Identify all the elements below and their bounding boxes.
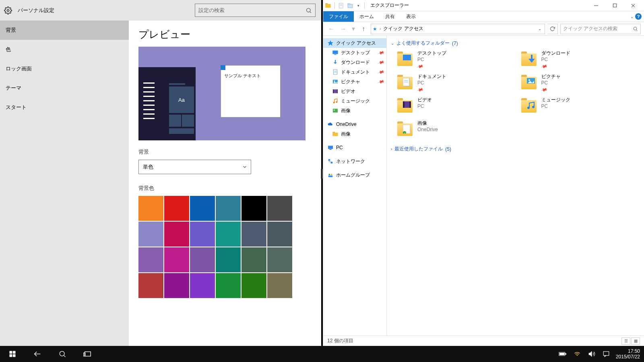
explorer-addressbar: ← → ▾ ↑ ★ › クイック アクセス ⌄ クイック アクセスの検索 [323, 22, 644, 36]
settings-nav-item[interactable]: ロック画面 [0, 59, 129, 78]
minimize-button[interactable] [587, 0, 605, 11]
color-swatch[interactable] [164, 247, 189, 272]
tree-item[interactable]: OneDrive [323, 119, 386, 129]
settings-nav-item[interactable]: 背景 [0, 21, 129, 40]
svg-point-1 [307, 8, 310, 12]
view-details-button[interactable]: ☰ [621, 337, 630, 345]
breadcrumb-segment[interactable]: クイック アクセス [383, 25, 423, 32]
tree-item[interactable]: 画像 [323, 106, 386, 115]
tree-item[interactable]: 画像 [323, 129, 386, 139]
ribbon-tab-file[interactable]: ファイル [323, 11, 354, 22]
color-swatch[interactable] [190, 247, 215, 272]
settings-nav-item[interactable]: テーマ [0, 78, 129, 98]
tray-battery-icon[interactable] [555, 346, 570, 362]
color-swatch[interactable] [267, 222, 292, 247]
nav-back-button[interactable]: ← [326, 24, 336, 34]
color-swatch[interactable] [267, 196, 292, 221]
svg-rect-17 [332, 51, 338, 54]
qat-newfolder-icon[interactable] [347, 2, 353, 9]
folder-item[interactable]: ダウンロードPC📌 [520, 50, 640, 71]
ribbon-tab-share[interactable]: 共有 [380, 11, 400, 22]
tree-item[interactable]: ミュージック [323, 96, 386, 106]
qat-properties-icon[interactable] [338, 2, 345, 9]
breadcrumb-dropdown-icon[interactable]: ⌄ [537, 27, 543, 31]
tree-item[interactable]: デスクトップ📌 [323, 48, 386, 58]
color-swatch[interactable] [138, 196, 163, 221]
qat-dropdown-icon[interactable]: ▾ [357, 4, 359, 8]
start-button[interactable] [0, 346, 25, 362]
ribbon-collapse-icon[interactable]: ⌄ [630, 14, 634, 19]
group-frequent-folders[interactable]: ⌄ よく使用するフォルダー (7) [391, 40, 640, 47]
color-swatch[interactable] [242, 222, 266, 247]
folder-item[interactable]: ピクチャPC📌 [520, 73, 640, 94]
svg-rect-3 [325, 4, 330, 8]
explorer-tree: クイック アクセスデスクトップ📌ダウンロード📌ドキュメント📌ピクチャ📌ビデオミュ… [323, 36, 387, 335]
settings-nav-item[interactable]: 色 [0, 40, 129, 59]
tray-network-icon[interactable] [570, 346, 584, 362]
folder-item[interactable]: ビデオPC [396, 97, 516, 117]
tree-item[interactable]: ドキュメント📌 [323, 67, 386, 77]
color-swatch[interactable] [138, 247, 163, 272]
nav-forward-button[interactable]: → [339, 24, 348, 34]
ribbon-tab-home[interactable]: ホーム [354, 11, 380, 22]
taskbar-clock[interactable]: 17:50 2015/07/22 [613, 348, 644, 360]
color-swatch[interactable] [242, 196, 266, 221]
color-swatch[interactable] [216, 196, 241, 221]
tree-item[interactable]: ピクチャ📌 [323, 77, 386, 86]
group-recent-files[interactable]: › 最近使用したファイル (5) [391, 146, 640, 152]
breadcrumb[interactable]: ★ › クイック アクセス ⌄ [371, 24, 545, 34]
color-swatch[interactable] [164, 196, 189, 221]
svg-rect-58 [10, 354, 12, 357]
folder-item[interactable]: ✓画像OneDrive [396, 120, 516, 141]
color-swatch[interactable] [138, 273, 163, 298]
view-icons-button[interactable]: ▦ [631, 337, 640, 345]
task-view-button[interactable] [75, 346, 100, 362]
tree-item[interactable]: PC [323, 143, 386, 152]
color-swatch[interactable] [267, 273, 292, 298]
color-swatch[interactable] [267, 247, 292, 272]
settings-search-input[interactable]: 設定の検索 [195, 4, 316, 17]
color-swatch[interactable] [190, 222, 215, 247]
folder-item[interactable]: デスクトップPC📌 [396, 50, 516, 71]
tree-item[interactable]: ダウンロード📌 [323, 58, 386, 67]
color-swatch[interactable] [242, 247, 266, 272]
color-swatch[interactable] [164, 222, 189, 247]
settings-nav-item[interactable]: スタート [0, 98, 129, 117]
taskbar-back-button[interactable] [25, 346, 50, 362]
settings-nav: 背景色ロック画面テーマスタート [0, 21, 129, 346]
clock-time: 17:50 [616, 348, 640, 354]
color-swatch[interactable] [216, 247, 241, 272]
tree-item[interactable]: ネットワーク [323, 156, 386, 166]
color-swatch[interactable] [216, 273, 241, 298]
nav-up-button[interactable]: ↑ [359, 24, 368, 34]
color-swatch[interactable] [190, 273, 215, 298]
folder-item[interactable]: ドキュメントPC📌 [396, 73, 516, 94]
bg-type-select[interactable]: 単色 [138, 160, 251, 174]
svg-rect-57 [13, 351, 16, 354]
taskbar-search-button[interactable] [50, 346, 75, 362]
maximize-button[interactable] [605, 0, 624, 11]
refresh-button[interactable] [547, 24, 558, 34]
color-swatch[interactable] [242, 273, 266, 298]
folder-item[interactable]: ミュージックPC [520, 97, 640, 117]
svg-line-62 [64, 356, 66, 357]
tree-item[interactable]: ビデオ [323, 86, 386, 96]
action-center-icon[interactable] [599, 346, 613, 362]
close-button[interactable] [624, 0, 642, 11]
tree-item[interactable]: クイック アクセス [323, 38, 386, 48]
color-swatch[interactable] [190, 196, 215, 221]
settings-title: パーソナル設定 [18, 7, 195, 14]
explorer-ribbon: ファイル ホーム 共有 表示 ⌄ ? [323, 11, 644, 22]
tree-item[interactable]: ホームグループ [323, 170, 386, 180]
explorer-content: ⌄ よく使用するフォルダー (7) デスクトップPC📌ダウンロードPC📌ドキュメ… [387, 36, 644, 335]
help-icon[interactable]: ? [635, 13, 642, 20]
nav-recent-dropdown[interactable]: ▾ [351, 24, 356, 34]
color-swatch[interactable] [216, 222, 241, 247]
explorer-search-input[interactable]: クイック アクセスの検索 [560, 24, 641, 34]
ribbon-tab-view[interactable]: 表示 [400, 11, 421, 22]
color-swatch[interactable] [138, 222, 163, 247]
tray-volume-icon[interactable] [584, 346, 599, 362]
color-swatch[interactable] [164, 273, 189, 298]
svg-rect-67 [559, 353, 564, 355]
settings-search-placeholder: 設定の検索 [198, 7, 305, 14]
